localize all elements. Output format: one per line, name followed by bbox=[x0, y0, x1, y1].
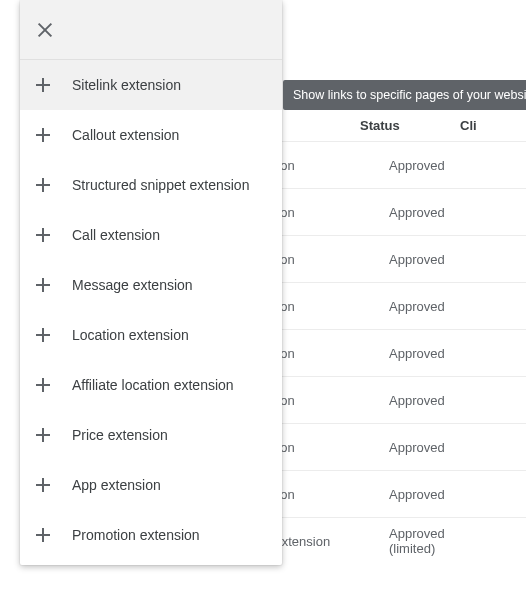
plus-icon bbox=[36, 178, 50, 192]
extension-option-app-extension[interactable]: App extension bbox=[20, 460, 282, 510]
header-clicks: Cli bbox=[460, 118, 510, 133]
extension-option-label: Call extension bbox=[72, 227, 160, 243]
plus-icon bbox=[36, 278, 50, 292]
extension-option-label: Callout extension bbox=[72, 127, 179, 143]
plus-icon bbox=[36, 328, 50, 342]
extension-option-location-extension[interactable]: Location extension bbox=[20, 310, 282, 360]
plus-icon bbox=[36, 228, 50, 242]
extension-option-callout-extension[interactable]: Callout extension bbox=[20, 110, 282, 160]
extension-option-price-extension[interactable]: Price extension bbox=[20, 410, 282, 460]
row-status: Approved bbox=[389, 440, 479, 455]
plus-icon bbox=[36, 78, 50, 92]
row-status: Approved bbox=[389, 205, 479, 220]
plus-icon bbox=[36, 528, 50, 542]
close-icon[interactable] bbox=[36, 21, 54, 39]
plus-icon bbox=[36, 128, 50, 142]
plus-icon bbox=[36, 428, 50, 442]
extension-option-affiliate-location-extension[interactable]: Affiliate location extension bbox=[20, 360, 282, 410]
extension-option-sitelink-extension[interactable]: Sitelink extension bbox=[20, 60, 282, 110]
header-status: Status bbox=[360, 118, 450, 133]
extension-option-message-extension[interactable]: Message extension bbox=[20, 260, 282, 310]
extension-option-label: App extension bbox=[72, 477, 161, 493]
extension-option-label: Affiliate location extension bbox=[72, 377, 234, 393]
plus-icon bbox=[36, 378, 50, 392]
extension-option-label: Promotion extension bbox=[72, 527, 200, 543]
extension-option-label: Location extension bbox=[72, 327, 189, 343]
extension-option-promotion-extension[interactable]: Promotion extension bbox=[20, 510, 282, 560]
extension-option-call-extension[interactable]: Call extension bbox=[20, 210, 282, 260]
row-status: Approved bbox=[389, 299, 479, 314]
extension-option-label: Sitelink extension bbox=[72, 77, 181, 93]
extension-option-structured-snippet-extension[interactable]: Structured snippet extension bbox=[20, 160, 282, 210]
plus-icon bbox=[36, 478, 50, 492]
row-status: Approved bbox=[389, 252, 479, 267]
row-status: Approved bbox=[389, 346, 479, 361]
row-status: Approved bbox=[389, 393, 479, 408]
panel-header bbox=[20, 0, 282, 60]
extension-option-label: Message extension bbox=[72, 277, 193, 293]
add-extension-panel: Sitelink extensionCallout extensionStruc… bbox=[20, 0, 282, 565]
extension-option-label: Structured snippet extension bbox=[72, 177, 249, 193]
extension-option-label: Price extension bbox=[72, 427, 168, 443]
row-status: Approved bbox=[389, 158, 479, 173]
row-status: Approved bbox=[389, 487, 479, 502]
tooltip: Show links to specific pages of your web… bbox=[283, 80, 526, 110]
extension-type-list: Sitelink extensionCallout extensionStruc… bbox=[20, 60, 282, 565]
row-status: Approved (limited) bbox=[389, 526, 479, 556]
